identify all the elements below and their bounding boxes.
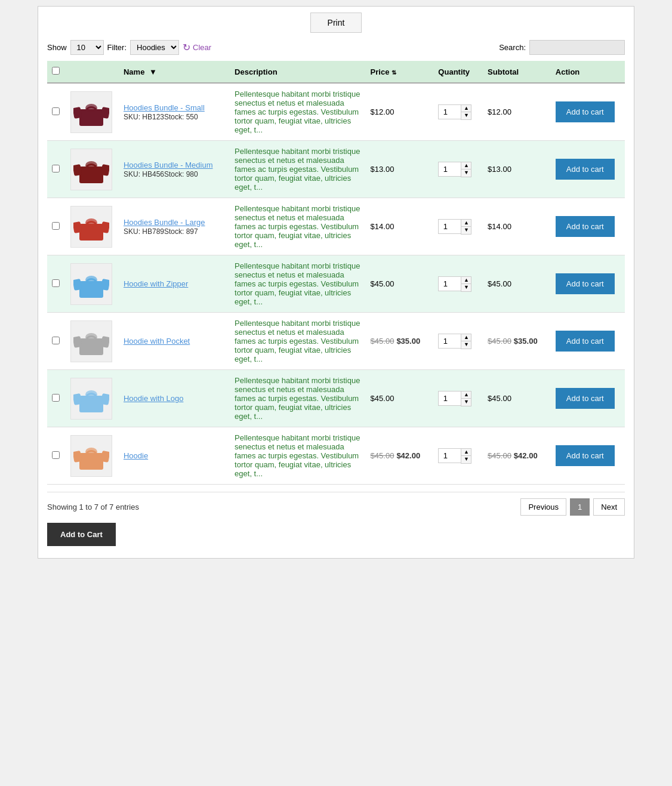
row-checkbox[interactable] <box>52 279 60 287</box>
quantity-wrapper: ▲ ▼ <box>438 162 478 177</box>
subtotal: $12.00 <box>488 107 511 116</box>
product-price: $12.00 <box>371 107 394 116</box>
row-subtotal-cell: $14.00 <box>483 198 551 255</box>
product-image <box>70 263 112 305</box>
svg-rect-18 <box>101 335 109 347</box>
product-info: Hoodie with Zipper <box>124 279 225 288</box>
add-to-cart-button[interactable]: Add to cart <box>556 445 615 466</box>
previous-button[interactable]: Previous <box>520 498 566 516</box>
quantity-up-button[interactable]: ▲ <box>461 448 471 456</box>
add-to-cart-button[interactable]: Add to cart <box>556 388 615 409</box>
product-stock: Stock: 980 <box>164 170 198 178</box>
row-action-cell: Add to cart <box>551 198 625 255</box>
row-checkbox[interactable] <box>52 107 60 115</box>
subtotal-sale: $35.00 <box>514 337 538 346</box>
table-header: Name ▼ Description Price ⇅ Quantity Subt… <box>47 61 625 83</box>
quantity-up-button[interactable]: ▲ <box>461 219 471 227</box>
quantity-input[interactable] <box>438 276 461 291</box>
quantity-down-button[interactable]: ▼ <box>461 227 471 235</box>
row-quantity-cell: ▲ ▼ <box>433 198 483 255</box>
quantity-down-button[interactable]: ▼ <box>461 112 471 120</box>
add-to-cart-button[interactable]: Add to cart <box>556 159 615 180</box>
quantity-input[interactable] <box>438 334 461 349</box>
hoodie-svg <box>73 152 109 187</box>
quantity-down-button[interactable]: ▼ <box>461 169 471 177</box>
row-image-cell <box>66 198 119 255</box>
row-name-cell: Hoodie with Zipper <box>119 255 230 313</box>
row-name-cell: Hoodie with Logo <box>119 370 230 427</box>
product-link[interactable]: Hoodie with Logo <box>124 394 225 403</box>
product-link[interactable]: Hoodies Bundle - Medium <box>124 161 225 169</box>
row-checkbox[interactable] <box>52 222 60 230</box>
quantity-down-button[interactable]: ▼ <box>461 399 471 406</box>
quantity-up-button[interactable]: ▲ <box>461 162 471 169</box>
product-link[interactable]: Hoodie <box>124 451 225 460</box>
product-description: Pellentesque habitant morbi tristique se… <box>235 319 360 363</box>
add-to-cart-button[interactable]: Add to cart <box>556 273 615 294</box>
row-checkbox[interactable] <box>52 451 60 459</box>
subtotal-original: $45.00 <box>488 451 511 460</box>
search-label: Search: <box>499 43 526 52</box>
add-to-cart-button[interactable]: Add to cart <box>556 101 615 122</box>
svg-rect-14 <box>101 278 109 290</box>
row-quantity-cell: ▲ ▼ <box>433 370 483 427</box>
quantity-wrapper: ▲ ▼ <box>438 219 478 235</box>
quantity-up-button[interactable]: ▲ <box>461 104 471 112</box>
row-checkbox[interactable] <box>52 337 60 344</box>
row-checkbox-cell <box>47 313 66 370</box>
row-checkbox-cell <box>47 141 66 198</box>
add-to-cart-button[interactable]: Add to cart <box>556 331 615 352</box>
top-bar: Print <box>47 13 625 33</box>
svg-rect-26 <box>101 450 109 462</box>
add-to-cart-main-button[interactable]: Add to Cart <box>47 523 116 546</box>
svg-rect-2 <box>101 106 109 118</box>
show-select[interactable]: 10 25 50 100 <box>70 40 104 55</box>
search-input[interactable] <box>529 40 625 55</box>
header-name-col[interactable]: Name ▼ <box>119 61 230 83</box>
quantity-up-button[interactable]: ▲ <box>461 334 471 341</box>
svg-point-27 <box>85 448 97 456</box>
svg-rect-10 <box>101 221 109 233</box>
quantity-input[interactable] <box>438 162 461 177</box>
product-description: Pellentesque habitant morbi tristique se… <box>235 376 360 421</box>
print-button[interactable]: Print <box>310 13 362 33</box>
pagination: Previous 1 Next <box>520 498 625 516</box>
quantity-down-button[interactable]: ▼ <box>461 456 471 464</box>
page-1-button[interactable]: 1 <box>570 498 590 516</box>
row-quantity-cell: ▲ ▼ <box>433 141 483 198</box>
table-row: Hoodie with ZipperPellentesque habitant … <box>47 255 625 313</box>
row-name-cell: Hoodie with Pocket <box>119 313 230 370</box>
product-link[interactable]: Hoodies Bundle - Small <box>124 103 225 112</box>
quantity-down-button[interactable]: ▼ <box>461 284 471 292</box>
product-info: Hoodie with Logo <box>124 394 225 403</box>
quantity-spinners: ▲ ▼ <box>461 391 471 406</box>
quantity-input[interactable] <box>438 219 461 234</box>
hoodie-svg <box>73 94 109 130</box>
quantity-up-button[interactable]: ▲ <box>461 276 471 284</box>
product-info: Hoodies Bundle - MediumSKU: HB456Stock: … <box>124 161 225 178</box>
quantity-input[interactable] <box>438 104 461 119</box>
row-price-cell: $45.00 <box>366 255 434 313</box>
quantity-down-button[interactable]: ▼ <box>461 341 471 349</box>
row-price-cell: $14.00 <box>366 198 434 255</box>
quantity-input[interactable] <box>438 448 461 463</box>
clear-button[interactable]: ↻ Clear <box>183 42 211 53</box>
product-link[interactable]: Hoodies Bundle - Large <box>124 218 225 227</box>
row-image-cell <box>66 427 119 485</box>
product-image <box>70 378 112 420</box>
row-checkbox[interactable] <box>52 394 60 402</box>
quantity-up-button[interactable]: ▲ <box>461 391 471 399</box>
product-link[interactable]: Hoodie with Pocket <box>124 337 225 346</box>
quantity-input[interactable] <box>438 391 461 406</box>
select-all-checkbox[interactable] <box>52 67 60 75</box>
add-to-cart-button[interactable]: Add to cart <box>556 216 615 237</box>
product-link[interactable]: Hoodie with Zipper <box>124 279 225 288</box>
hoodie-svg <box>73 209 109 245</box>
row-checkbox[interactable] <box>52 165 60 172</box>
filter-select[interactable]: All Hoodies T-Shirts Jackets <box>130 40 179 55</box>
next-button[interactable]: Next <box>593 498 625 516</box>
showing-text: Showing 1 to 7 of 7 entries <box>47 503 139 511</box>
row-checkbox-cell <box>47 427 66 485</box>
product-sku: SKU: HB789 <box>124 227 164 236</box>
subtotal: $45.00 <box>488 279 511 288</box>
